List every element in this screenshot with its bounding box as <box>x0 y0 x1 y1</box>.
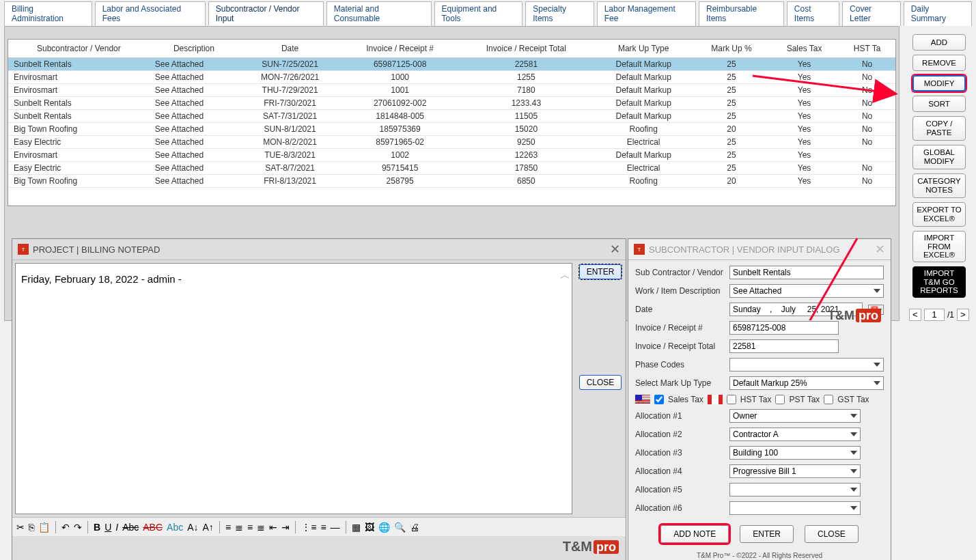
globe-icon[interactable]: 🌐 <box>378 522 390 533</box>
tab-labor-management-fee[interactable]: Labor Management Fee <box>597 1 696 26</box>
close-icon[interactable]: ✕ <box>875 242 885 257</box>
col-header[interactable]: Description <box>150 40 238 58</box>
table-row[interactable]: Easy ElectricSee AttachedSAT-8/7/2021957… <box>8 162 895 175</box>
close-icon[interactable]: ✕ <box>610 242 620 257</box>
align-left-icon[interactable]: ≡ <box>225 522 231 533</box>
alloc1-select[interactable]: Owner <box>729 409 861 423</box>
strike-icon[interactable]: ABC <box>143 522 163 533</box>
justify-icon[interactable]: ≣ <box>257 522 265 533</box>
sort-button[interactable]: SORT <box>912 96 966 112</box>
scroll-up-icon[interactable]: ︿ <box>560 269 570 282</box>
invoice-total-input[interactable] <box>729 339 839 353</box>
gst-checkbox[interactable] <box>824 395 833 404</box>
alloc6-select[interactable] <box>729 501 861 515</box>
col-header[interactable]: Invoice / Receipt # <box>341 40 458 58</box>
sort-desc-icon[interactable]: A↑ <box>203 522 214 533</box>
col-header[interactable]: Sales Tax <box>770 40 839 58</box>
find-icon[interactable]: 🔍 <box>394 522 406 533</box>
indent-left-icon[interactable]: ⇤ <box>269 522 277 533</box>
indent-right-icon[interactable]: ⇥ <box>281 522 290 533</box>
table-row[interactable]: Easy ElectricSee AttachedMON-8/2/2021859… <box>8 136 895 149</box>
invoice-number-input[interactable] <box>729 321 839 335</box>
tab-billing-administration[interactable]: Billing Administration <box>4 1 92 26</box>
vendor-grid[interactable]: Subcontractor / VendorDescriptionDateInv… <box>8 39 896 206</box>
alloc5-select[interactable] <box>729 483 861 496</box>
font-icon[interactable]: Abc <box>122 522 139 533</box>
tab-daily-summary[interactable]: Daily Summary <box>904 1 972 26</box>
print-icon[interactable]: 🖨 <box>410 522 419 533</box>
notepad-textarea[interactable]: Friday, February 18, 2022 - admin - ︿ <box>15 263 572 514</box>
tab-specialty-items[interactable]: Specialty Items <box>525 1 594 26</box>
tab-subcontractor-vendor-input[interactable]: Subcontractor / Vendor Input <box>208 1 324 26</box>
add-button[interactable]: ADD <box>912 34 966 51</box>
col-header[interactable]: Date <box>238 40 341 58</box>
table-row[interactable]: Sunbelt RentalsSee AttachedFRI-7/30/2021… <box>8 97 895 110</box>
col-header[interactable]: Invoice / Receipt Total <box>458 40 594 58</box>
sales-tax-checkbox[interactable] <box>654 395 664 404</box>
prev-page-button[interactable]: < <box>909 309 921 321</box>
copy-icon[interactable]: ⎘ <box>29 522 34 533</box>
table-row[interactable]: Big Town RoofingSee AttachedSUN-8/1/2021… <box>8 123 895 136</box>
alloc3-select[interactable]: Building 100 <box>729 446 861 460</box>
hst-checkbox[interactable] <box>727 395 736 404</box>
table-row[interactable]: Big Town RoofingSee AttachedFRI-8/13/202… <box>8 175 895 188</box>
alloc2-select[interactable]: Contractor A <box>729 428 861 441</box>
table-row[interactable]: EnvirosmartSee AttachedTUE-8/3/202110021… <box>8 149 895 162</box>
modify-button[interactable]: MODIFY <box>912 75 966 92</box>
redo-icon[interactable]: ↷ <box>74 522 82 533</box>
page-input[interactable] <box>924 309 945 321</box>
add-note-button[interactable]: ADD NOTE <box>660 525 729 543</box>
paste-icon[interactable]: 📋 <box>38 522 50 533</box>
next-page-button[interactable]: > <box>957 309 969 321</box>
table-icon[interactable]: ▦ <box>352 522 361 533</box>
hr-icon[interactable]: — <box>331 522 340 533</box>
color-icon[interactable]: Abc <box>167 522 183 533</box>
ca-flag-icon <box>708 395 723 404</box>
category-button[interactable]: CATEGORYNOTES <box>912 173 966 198</box>
align-center-icon[interactable]: ≣ <box>235 522 243 533</box>
alloc4-select[interactable]: Progressive Bill 1 <box>729 464 861 478</box>
col-header[interactable]: HST Ta <box>839 40 895 58</box>
table-row[interactable]: EnvirosmartSee AttachedMON-7/26/20211000… <box>8 71 895 84</box>
sort-asc-icon[interactable]: A↓ <box>187 522 198 533</box>
close-button[interactable]: CLOSE <box>579 375 622 390</box>
image-icon[interactable]: 🖼 <box>365 522 374 533</box>
tab-equipment-and-tools[interactable]: Equipment and Tools <box>434 1 523 26</box>
export-to-button[interactable]: EXPORT TOEXCEL® <box>912 202 966 227</box>
copy--button[interactable]: COPY /PASTE <box>912 116 966 141</box>
import-button[interactable]: IMPORTT&M GOREPORTS <box>912 266 966 298</box>
vendor-select[interactable]: Sunbelt Rentals <box>729 266 884 279</box>
cut-icon[interactable]: ✂ <box>16 522 25 533</box>
tab-reimbursable-items[interactable]: Reimbursable Items <box>699 1 784 26</box>
tab-cover-letter[interactable]: Cover Letter <box>842 1 901 26</box>
table-row[interactable]: EnvirosmartSee AttachedTHU-7/29/20211001… <box>8 84 895 97</box>
pst-checkbox[interactable] <box>775 395 785 404</box>
global-button[interactable]: GLOBALMODIFY <box>912 145 966 169</box>
table-row[interactable]: Sunbelt RentalsSee AttachedSUN-7/25/2021… <box>8 58 895 71</box>
bullets-icon[interactable]: ⋮≡ <box>301 522 316 533</box>
tab-material-and-consumable[interactable]: Material and Consumable <box>326 1 432 26</box>
enter-button[interactable]: ENTER <box>740 525 794 543</box>
align-right-icon[interactable]: ≡ <box>247 522 253 533</box>
import-button[interactable]: IMPORTFROMEXCEL® <box>912 231 966 262</box>
col-header[interactable]: Subcontractor / Vendor <box>8 40 150 58</box>
col-header[interactable]: Mark Up Type <box>594 40 693 58</box>
table-row[interactable]: Sunbelt RentalsSee AttachedSAT-7/31/2021… <box>8 110 895 123</box>
numbers-icon[interactable]: ≡ <box>320 522 326 533</box>
underline-icon[interactable]: U <box>104 522 111 533</box>
italic-icon[interactable]: I <box>115 522 118 533</box>
undo-icon[interactable]: ↶ <box>61 522 70 533</box>
col-header[interactable]: Mark Up % <box>693 40 770 58</box>
brand-logo: T&Mpro <box>563 539 619 555</box>
tab-cost-items[interactable]: Cost Items <box>787 1 839 26</box>
bold-icon[interactable]: B <box>94 522 100 533</box>
markup-select[interactable]: Default Markup 25% <box>729 376 884 390</box>
enter-button[interactable]: ENTER <box>579 264 622 279</box>
description-select[interactable]: See Attached <box>729 284 884 298</box>
close-button[interactable]: CLOSE <box>805 525 859 543</box>
phase-select[interactable] <box>729 358 884 372</box>
us-flag-icon <box>635 395 650 404</box>
remove-button[interactable]: REMOVE <box>912 55 966 71</box>
notepad-dialog: T PROJECT | BILLING NOTEPAD ✕ Friday, Fe… <box>12 238 626 560</box>
tab-labor-and-associated-fees[interactable]: Labor and Associated Fees <box>95 1 206 26</box>
